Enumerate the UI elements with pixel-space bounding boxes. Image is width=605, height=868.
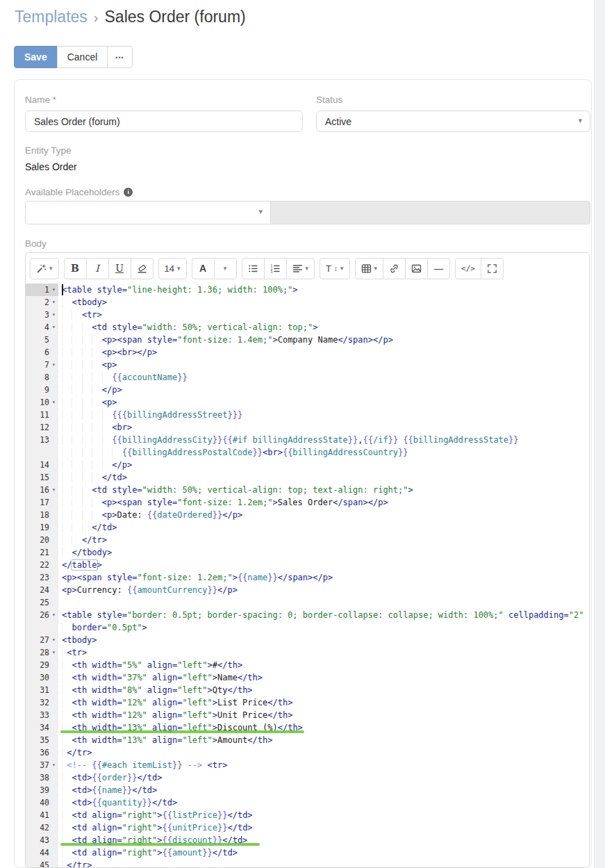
font-color-button[interactable]: A	[192, 258, 215, 279]
code-line[interactable]: <td align="right">{{amount}}</td>	[58, 846, 589, 859]
gutter-cell[interactable]: 22	[26, 559, 58, 571]
fold-arrow-icon[interactable]: ▾	[49, 296, 58, 309]
code-line[interactable]: </tr>	[58, 859, 589, 867]
fold-arrow-icon[interactable]: ▾	[49, 359, 58, 371]
cancel-button[interactable]: Cancel	[57, 46, 108, 68]
gutter-cell[interactable]: 41	[26, 809, 58, 821]
code-line[interactable]: <table style="line-height: 1.36; width: …	[58, 284, 589, 296]
fold-arrow-icon[interactable]: ▾	[49, 646, 58, 659]
code-line[interactable]: </tbody>	[58, 546, 589, 559]
code-line[interactable]: <td style="width: 50%; vertical-align: t…	[58, 321, 589, 334]
gutter-cell[interactable]: 11	[26, 409, 58, 421]
gutter-cell[interactable]: 36	[26, 746, 58, 759]
code-line[interactable]: {{accountName}}	[58, 371, 589, 384]
style-button[interactable]: ▾	[30, 258, 59, 279]
gutter-cell[interactable]: 39	[26, 784, 58, 796]
code-line[interactable]: <tbody>	[58, 634, 589, 646]
code-line[interactable]	[58, 596, 589, 609]
gutter-cell[interactable]: 10▾	[26, 396, 58, 409]
code-line[interactable]: <p>	[58, 396, 589, 409]
code-view-button[interactable]: </>	[455, 258, 481, 279]
code-line[interactable]: <br>	[58, 421, 589, 434]
fold-arrow-icon[interactable]: ▾	[49, 484, 58, 496]
code-line[interactable]: <p>Date: {{dateOrdered}}</p>	[58, 509, 589, 521]
gutter-cell[interactable]	[26, 446, 58, 459]
link-button[interactable]	[383, 258, 406, 279]
code-line[interactable]: {{{billingAddressStreet}}}	[58, 409, 589, 421]
paragraph-align-button[interactable]: ▾	[286, 258, 315, 279]
code-line[interactable]: <td align="right">{{unitPrice}}</td>	[58, 821, 589, 834]
code-line[interactable]: <p><span style="font-size: 1.2em;">{{nam…	[58, 571, 589, 584]
code-line[interactable]: </table>	[58, 559, 589, 571]
info-icon[interactable]	[124, 188, 133, 197]
gutter-cell[interactable]: 15	[26, 471, 58, 484]
code-line[interactable]: </p>	[58, 459, 589, 471]
gutter-cell[interactable]: 45	[26, 859, 58, 867]
code-line[interactable]: <table style="border: 0.5pt; border-spac…	[58, 609, 589, 621]
code-line[interactable]: <p>	[58, 359, 589, 371]
fold-arrow-icon[interactable]: ▾	[49, 759, 58, 771]
fold-arrow-icon[interactable]: ▾	[49, 609, 58, 621]
gutter-cell[interactable]: 19	[26, 521, 58, 534]
gutter-cell[interactable]: 24	[26, 584, 58, 596]
code-line[interactable]: <td style="width: 50%; vertical-align: t…	[58, 484, 589, 496]
gutter-cell[interactable]: 33	[26, 709, 58, 721]
code-line[interactable]: <p><br></p>	[58, 346, 589, 359]
code-line[interactable]: </td>	[58, 471, 589, 484]
fold-arrow-icon[interactable]: ▾	[49, 396, 58, 409]
gutter-cell[interactable]	[26, 621, 58, 634]
gutter-cell[interactable]: 44	[26, 846, 58, 859]
code-line[interactable]: <p>Currency: {{amountCurrency}}</p>	[58, 584, 589, 596]
gutter-cell[interactable]: 21	[26, 546, 58, 559]
gutter-cell[interactable]: 1▾	[26, 284, 58, 296]
code-line[interactable]: {{billingAddressPostalCode}}<br>{{billin…	[58, 446, 589, 459]
clear-format-button[interactable]	[131, 258, 154, 279]
fold-arrow-icon[interactable]: ▾	[49, 634, 58, 646]
save-button[interactable]: Save	[14, 46, 58, 68]
gutter-cell[interactable]: 20	[26, 534, 58, 546]
gutter-cell[interactable]: 26▾	[26, 609, 58, 621]
gutter-cell[interactable]: 7▾	[26, 359, 58, 371]
unordered-list-button[interactable]	[242, 258, 265, 279]
fold-arrow-icon[interactable]: ▾	[49, 284, 58, 296]
code-line[interactable]: <p><span style="font-size: 1.4em;">Compa…	[58, 334, 589, 346]
line-height-button[interactable]: T↕▾	[320, 258, 349, 279]
font-size-button[interactable]: 14▾	[158, 258, 187, 279]
code-line[interactable]: <td align="right">{{discount}}</td>	[58, 834, 589, 846]
gutter-cell[interactable]: 25	[26, 596, 58, 609]
table-button[interactable]: ▾	[355, 258, 384, 279]
gutter-cell[interactable]: 34	[26, 721, 58, 734]
code-line[interactable]: <th width="12%" align="left">Unit Price<…	[58, 709, 589, 721]
gutter-cell[interactable]: 29	[26, 659, 58, 671]
code-line[interactable]: <tr>	[58, 646, 589, 659]
status-select[interactable]: Active	[316, 110, 590, 132]
code-editor[interactable]: 1▾<table style="line-height: 1.36; width…	[26, 284, 589, 867]
placeholders-select[interactable]	[25, 201, 271, 224]
underline-button[interactable]: U	[108, 258, 131, 279]
gutter-cell[interactable]: 3▾	[26, 309, 58, 321]
ordered-list-button[interactable]: 123	[264, 258, 287, 279]
code-line[interactable]: {{billingAddressCity}}{{#if billingAddre…	[58, 434, 589, 446]
page-scrollbar[interactable]	[594, 0, 605, 868]
gutter-cell[interactable]: 9	[26, 384, 58, 396]
code-line[interactable]: <!-- {{#each itemList}} --> <tr>	[58, 759, 589, 771]
code-line[interactable]: <th width="13%" align="left">Discount (%…	[58, 721, 589, 734]
horizontal-rule-button[interactable]: —	[427, 258, 450, 279]
code-line[interactable]: </tr>	[58, 534, 589, 546]
code-line[interactable]: <td>{{order}}</td>	[58, 771, 589, 784]
gutter-cell[interactable]: 32	[26, 696, 58, 709]
more-actions-button[interactable]: •••	[107, 46, 132, 68]
gutter-cell[interactable]: 27▾	[26, 634, 58, 646]
gutter-cell[interactable]: 28▾	[26, 646, 58, 659]
image-button[interactable]	[405, 258, 428, 279]
code-line[interactable]: </p>	[58, 384, 589, 396]
gutter-cell[interactable]: 16▾	[26, 484, 58, 496]
name-input[interactable]	[25, 110, 303, 132]
gutter-cell[interactable]: 42	[26, 821, 58, 834]
gutter-cell[interactable]: 5	[26, 334, 58, 346]
gutter-cell[interactable]: 18	[26, 509, 58, 521]
code-line[interactable]: <p><span style="font-size: 1.2em;">Sales…	[58, 496, 589, 509]
code-line[interactable]: <th width="8%" align="left">Qty</th>	[58, 684, 589, 696]
code-line[interactable]: border="0.5pt">	[58, 621, 589, 634]
code-line[interactable]: <th width="37%" align="left">Name</th>	[58, 671, 589, 684]
